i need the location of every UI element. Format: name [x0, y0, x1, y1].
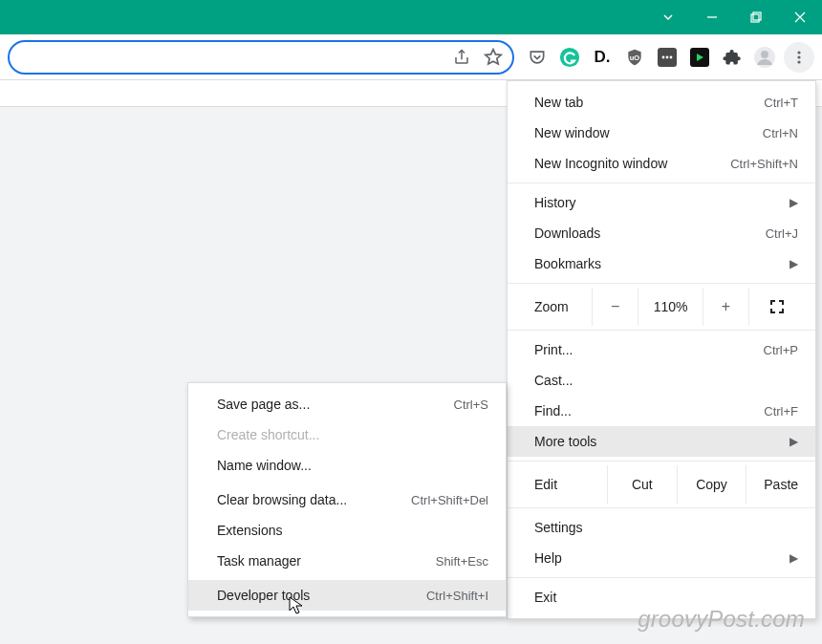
svg-point-11 [797, 51, 800, 54]
submenu-name-window[interactable]: Name window... [188, 450, 506, 481]
svg-text:uO: uO [630, 53, 640, 61]
submenu-developer-tools[interactable]: Developer toolsCtrl+Shift+I [188, 580, 506, 611]
edit-copy[interactable]: Copy [677, 465, 746, 504]
profile-avatar-icon[interactable] [751, 44, 778, 71]
window-minimize-button[interactable] [690, 0, 734, 34]
submenu-create-shortcut: Create shortcut... [188, 419, 506, 450]
menu-new-tab[interactable]: New tabCtrl+T [508, 87, 815, 118]
share-icon[interactable] [453, 49, 470, 66]
omnibox[interactable] [8, 40, 514, 75]
zoom-in-button[interactable]: + [703, 288, 748, 326]
browser-toolbar: D. uO [0, 34, 822, 80]
zoom-percent: 110% [638, 288, 702, 326]
more-tools-submenu: Save page as...Ctrl+S Create shortcut...… [187, 382, 507, 617]
menu-bookmarks[interactable]: Bookmarks▶ [508, 248, 815, 279]
edit-label: Edit [534, 477, 607, 492]
menu-settings[interactable]: Settings [508, 512, 815, 543]
zoom-out-button[interactable]: − [592, 288, 638, 326]
menu-downloads[interactable]: DownloadsCtrl+J [508, 218, 815, 248]
menu-zoom-row: Zoom − 110% + [508, 288, 815, 326]
chrome-main-menu: New tabCtrl+T New windowCtrl+N New Incog… [507, 80, 816, 619]
window-close-button[interactable] [778, 0, 822, 34]
menu-more-tools[interactable]: More tools▶ [508, 426, 815, 457]
star-icon[interactable] [484, 48, 503, 67]
menu-new-window[interactable]: New windowCtrl+N [508, 118, 815, 148]
submenu-task-manager[interactable]: Task managerShift+Esc [188, 546, 506, 576]
d-extension-icon[interactable]: D. [589, 44, 616, 71]
dots-extension-icon[interactable] [654, 44, 681, 71]
menu-help[interactable]: Help▶ [508, 543, 815, 573]
extensions-row: D. uO [514, 42, 814, 73]
menu-cast[interactable]: Cast... [508, 365, 815, 396]
edit-paste[interactable]: Paste [746, 465, 815, 504]
grammarly-extension-icon[interactable] [556, 44, 583, 71]
menu-edit-row: Edit Cut Copy Paste [508, 465, 815, 504]
svg-point-10 [761, 51, 768, 58]
svg-point-13 [797, 60, 800, 63]
svg-point-5 [662, 55, 665, 58]
menu-new-incognito[interactable]: New Incognito windowCtrl+Shift+N [508, 148, 815, 179]
tab-dropdown-chevron[interactable] [646, 0, 690, 34]
submenu-extensions[interactable]: Extensions [188, 515, 506, 546]
menu-find[interactable]: Find...Ctrl+F [508, 396, 815, 426]
svg-rect-0 [751, 14, 759, 22]
watermark: groovyPost.com [638, 606, 805, 633]
edit-cut[interactable]: Cut [607, 465, 677, 504]
menu-history[interactable]: History▶ [508, 187, 815, 218]
ublock-extension-icon[interactable]: uO [621, 44, 648, 71]
fullscreen-button[interactable] [748, 288, 804, 326]
zoom-label: Zoom [534, 299, 592, 314]
svg-point-7 [670, 55, 673, 58]
window-maximize-button[interactable] [734, 0, 778, 34]
submenu-clear-browsing-data[interactable]: Clear browsing data...Ctrl+Shift+Del [188, 484, 506, 515]
play-extension-icon[interactable] [686, 44, 713, 71]
window-titlebar [0, 0, 822, 34]
chrome-menu-button[interactable] [784, 42, 814, 73]
svg-point-6 [666, 55, 669, 58]
menu-print[interactable]: Print...Ctrl+P [508, 334, 815, 365]
svg-point-12 [797, 55, 800, 58]
submenu-save-page[interactable]: Save page as...Ctrl+S [188, 389, 506, 419]
extensions-puzzle-icon[interactable] [719, 44, 746, 71]
pocket-extension-icon[interactable] [524, 44, 551, 71]
svg-rect-1 [753, 12, 761, 20]
